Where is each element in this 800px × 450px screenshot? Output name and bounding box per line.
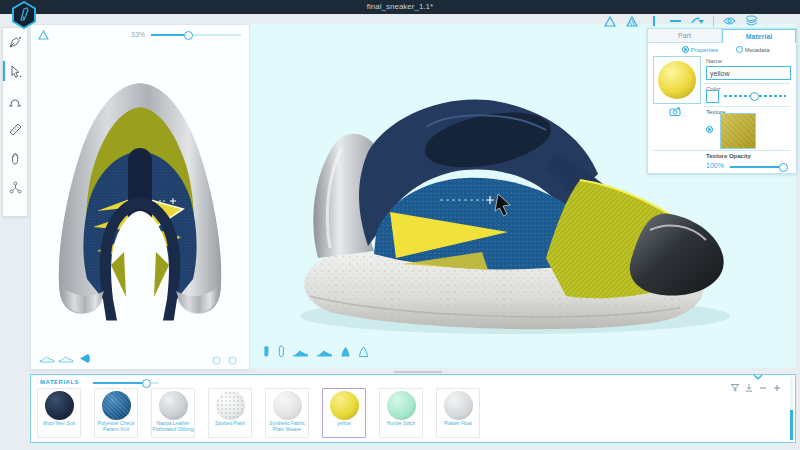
material-sphere bbox=[444, 391, 473, 420]
material-card[interactable]: Nappa Leather Perforated Oblong bbox=[151, 388, 195, 438]
materials-scrollbar[interactable] bbox=[790, 377, 793, 440]
title-bar: final_sneaker_1.1* bbox=[0, 0, 800, 14]
zoom-out-icon[interactable] bbox=[759, 378, 767, 396]
material-preview-sphere bbox=[658, 61, 696, 99]
divider bbox=[704, 83, 790, 84]
texture-swatch[interactable] bbox=[720, 113, 756, 149]
material-name: Plaster Float bbox=[437, 421, 479, 427]
pattern-zoom-slider[interactable] bbox=[151, 34, 241, 36]
shoe-side-alt-icon[interactable] bbox=[316, 344, 333, 362]
material-name: Polyester Check Pattern Knit bbox=[95, 421, 137, 432]
shoe-outline-alt-icon[interactable] bbox=[58, 350, 74, 368]
filter-icon[interactable] bbox=[731, 378, 739, 396]
material-name: Spotted Paint bbox=[209, 421, 251, 427]
material-name: Hurdle Stitch bbox=[380, 421, 422, 427]
top-toolbar bbox=[603, 15, 758, 27]
radio-metadata-dot bbox=[736, 46, 743, 53]
texture-opacity-slider[interactable] bbox=[730, 166, 786, 168]
redo-circle-icon[interactable] bbox=[228, 351, 237, 369]
radio-metadata[interactable]: Metadata bbox=[736, 46, 770, 53]
material-preview-box bbox=[653, 56, 701, 104]
radio-properties-label: Properties bbox=[691, 47, 718, 53]
material-sphere bbox=[216, 391, 245, 420]
measure-tool-button[interactable] bbox=[3, 115, 27, 144]
tab-part[interactable]: Part bbox=[648, 29, 722, 43]
left-tool-column bbox=[2, 27, 28, 217]
select-tool-button[interactable] bbox=[3, 57, 27, 86]
panel-splitter-handle[interactable] bbox=[394, 371, 442, 373]
material-name: yellow bbox=[323, 421, 365, 427]
divider bbox=[704, 106, 790, 107]
color-swatch[interactable] bbox=[706, 90, 719, 103]
pattern-zoom-value: 33% bbox=[131, 31, 145, 38]
material-name: Nappa Leather Perforated Oblong bbox=[152, 421, 194, 432]
triangle-outline-icon[interactable] bbox=[603, 15, 616, 27]
tab-material[interactable]: Material bbox=[722, 29, 796, 43]
insole-alt-icon[interactable] bbox=[277, 344, 285, 362]
toolbar-divider bbox=[713, 16, 714, 27]
zoom-in-icon[interactable] bbox=[773, 378, 781, 396]
radio-properties-dot bbox=[682, 46, 689, 53]
materials-toolbar bbox=[731, 378, 781, 396]
triangle-hatched-icon[interactable] bbox=[625, 15, 638, 27]
materials-title: MATERIALS bbox=[40, 379, 79, 385]
surface-tool-button[interactable] bbox=[3, 86, 27, 115]
shoe-outline-icon[interactable] bbox=[39, 350, 55, 368]
name-label: Name bbox=[706, 58, 722, 64]
texture-opacity-value: 100% bbox=[706, 162, 724, 169]
pattern-panel-footer bbox=[39, 350, 241, 364]
document-title: final_sneaker_1.1* bbox=[0, 2, 800, 11]
name-input[interactable]: yellow bbox=[706, 66, 791, 80]
last-icon[interactable] bbox=[340, 344, 351, 362]
material-card[interactable]: Spotted Paint bbox=[208, 388, 252, 438]
camera-icon[interactable] bbox=[669, 107, 681, 117]
material-sphere bbox=[273, 391, 302, 420]
material-card[interactable]: Plaster Float bbox=[436, 388, 480, 438]
pan-hand-tool-button[interactable] bbox=[3, 144, 27, 173]
material-sphere bbox=[159, 391, 188, 420]
pattern-2d-panel: 33% bbox=[30, 24, 250, 370]
material-name: Wool Men Suit bbox=[38, 421, 80, 427]
material-card-selected[interactable]: yellow bbox=[322, 388, 366, 438]
material-sphere bbox=[102, 391, 131, 420]
pen-dropdown-icon[interactable] bbox=[691, 15, 704, 27]
material-card[interactable]: Synthetic Fabric Plain Weave bbox=[265, 388, 309, 438]
app-logo-icon[interactable] bbox=[11, 1, 37, 29]
materials-size-slider[interactable] bbox=[93, 382, 159, 384]
pen-tool-button[interactable] bbox=[3, 28, 27, 57]
material-sphere bbox=[45, 391, 74, 420]
material-name: Synthetic Fabric Plain Weave bbox=[266, 421, 308, 432]
radio-metadata-label: Metadata bbox=[745, 47, 770, 53]
insole-icon[interactable] bbox=[262, 344, 270, 362]
pattern-2d-view[interactable] bbox=[31, 53, 249, 343]
material-sphere bbox=[387, 391, 416, 420]
last-alt-icon[interactable] bbox=[358, 344, 369, 362]
radio-properties[interactable]: Properties bbox=[682, 46, 718, 53]
import-icon[interactable] bbox=[745, 378, 753, 396]
material-sphere bbox=[330, 391, 359, 420]
texture-radio[interactable] bbox=[706, 126, 713, 133]
material-card[interactable]: Polyester Check Pattern Knit bbox=[94, 388, 138, 438]
layers-icon[interactable] bbox=[745, 15, 758, 27]
texture-opacity-label: Texture Opacity bbox=[706, 153, 751, 159]
pattern-panel-header: 33% bbox=[31, 25, 249, 45]
material-cards: Wool Men Suit Polyester Check Pattern Kn… bbox=[37, 388, 480, 438]
viewport-view-toggles bbox=[262, 344, 369, 362]
color-slider[interactable] bbox=[724, 95, 786, 97]
materials-panel: MATERIALS Wool Men Suit Polyester Check … bbox=[30, 374, 796, 443]
divider bbox=[653, 150, 790, 151]
eye-icon[interactable] bbox=[723, 15, 736, 27]
triangle-tool-icon[interactable] bbox=[38, 30, 49, 40]
material-card[interactable]: Hurdle Stitch bbox=[379, 388, 423, 438]
flatten-arrow-icon[interactable] bbox=[79, 350, 92, 368]
vertical-line-icon[interactable] bbox=[647, 15, 660, 27]
undo-circle-icon[interactable] bbox=[212, 351, 221, 369]
horizontal-line-icon[interactable] bbox=[669, 15, 682, 27]
properties-panel: Part Material Properties Metadata Name y… bbox=[647, 28, 797, 174]
material-card[interactable]: Wool Men Suit bbox=[37, 388, 81, 438]
shoe-side-icon[interactable] bbox=[292, 344, 309, 362]
hierarchy-tool-button[interactable] bbox=[3, 173, 27, 202]
